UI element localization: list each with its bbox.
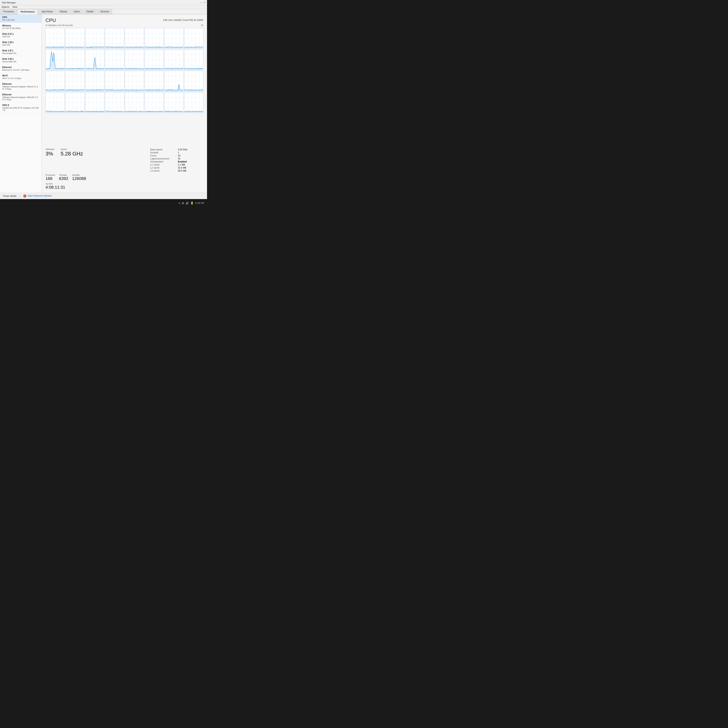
sidebar: CPU 3% 5.28 GHz Memory 31.7/47.8 GB (66%… bbox=[0, 14, 42, 193]
menu-view[interactable]: View bbox=[12, 6, 17, 8]
sidebar-item-memory[interactable]: Memory 31.7/47.8 GB (66%) bbox=[0, 23, 41, 31]
sidebar-disk1-sub: SSD 0% bbox=[2, 44, 39, 46]
title-bar-controls: — ☐ bbox=[200, 2, 205, 4]
battery-icon[interactable]: 🔋 bbox=[190, 202, 194, 205]
speed-block: Speed 5.28 GHz bbox=[61, 148, 83, 157]
resource-monitor-link[interactable]: Open Resource Monitor bbox=[28, 194, 52, 197]
cpu-core-chart-28 bbox=[125, 92, 144, 113]
cpu-core-chart-6 bbox=[164, 28, 184, 49]
tab-bar: Processes Performance App history Startu… bbox=[0, 9, 207, 14]
tab-details[interactable]: Details bbox=[83, 9, 97, 14]
l1-label: L1 cache: bbox=[150, 164, 175, 166]
info-logical: Logical processors: 32 bbox=[150, 157, 203, 160]
resource-monitor-button[interactable]: ● Open Resource Monitor bbox=[23, 194, 52, 197]
sidebar-item-vmnet8[interactable]: Ethernet VMware Network Adapter VMnet8 S… bbox=[0, 92, 41, 102]
uptime-value: 4:08:11:31 bbox=[46, 185, 203, 190]
cpu-panel: CPU 13th Gen Intel(R) Core(TM) i9-13900 … bbox=[42, 14, 207, 193]
speed-value: 5.28 GHz bbox=[61, 151, 83, 157]
chart-max-label: 10 bbox=[201, 24, 203, 26]
tab-users[interactable]: Users bbox=[70, 9, 83, 14]
sidebar-item-disk2[interactable]: Disk 2 (F:) Removable 0% bbox=[0, 48, 41, 56]
info-l2: L2 cache: 32.0 MB bbox=[150, 166, 203, 169]
cpu-core-chart-0 bbox=[46, 28, 65, 49]
sidebar-wifi-sub: Wi-Fi S: 0 R: 0 Kbps bbox=[2, 77, 39, 80]
cpu-model-name: 13th Gen Intel(R) Core(TM) i9-13900 bbox=[163, 18, 203, 21]
sidebar-disk0-title: Disk 0 (C:) bbox=[2, 33, 39, 35]
tab-performance[interactable]: Performance bbox=[17, 9, 38, 14]
sidebar-memory-title: Memory bbox=[2, 24, 39, 27]
tab-services[interactable]: Services bbox=[97, 9, 112, 14]
sidebar-item-gpu0[interactable]: GPU 0 Intel(R) Arc(TM) A770 Graphics 5% … bbox=[0, 102, 41, 113]
cpu-core-chart-20 bbox=[125, 71, 144, 92]
sidebar-disk0-sub: SSD 0% bbox=[2, 35, 39, 38]
sidebar-item-wifi[interactable]: Wi-Fi Wi-Fi S: 0 R: 0 Kbps bbox=[0, 73, 41, 81]
sidebar-item-cpu[interactable]: CPU 3% 5.28 GHz bbox=[0, 14, 41, 23]
utilization-block: Utilization 3% bbox=[46, 148, 55, 157]
cpu-core-chart-4 bbox=[125, 28, 144, 49]
info-l1: L1 cache: 2.1 MB bbox=[150, 163, 203, 166]
maximize-button[interactable]: ☐ bbox=[203, 2, 205, 4]
sidebar-wifi-title: Wi-Fi bbox=[2, 74, 39, 77]
sidebar-item-vmnet1[interactable]: Ethernet VMware Network Adapter VMnet1 S… bbox=[0, 81, 41, 92]
cpu-core-chart-30 bbox=[164, 92, 184, 113]
cpu-core-chart-7 bbox=[184, 28, 203, 49]
sidebar-item-disk0[interactable]: Disk 0 (C:) SSD 0% bbox=[0, 31, 41, 40]
cpu-core-chart-19 bbox=[105, 71, 124, 92]
speaker-icon[interactable]: 🔊 bbox=[186, 202, 189, 205]
info-sockets: Sockets: 1 bbox=[150, 151, 203, 154]
cpu-header: CPU 13th Gen Intel(R) Core(TM) i9-13900 bbox=[46, 17, 203, 23]
stats-row: Utilization 3% Speed 5.28 GHz Base speed… bbox=[46, 148, 203, 172]
cpu-core-chart-8 bbox=[46, 49, 65, 70]
clock-display: 12:00 PM bbox=[195, 202, 204, 204]
menu-options[interactable]: Options bbox=[2, 6, 9, 8]
cpu-core-chart-22 bbox=[164, 71, 184, 92]
sidebar-eth1-sub: Ethernet S: 24.0 R: 120 Kbps bbox=[2, 69, 39, 71]
cpu-core-chart-5 bbox=[144, 28, 164, 49]
threads-label: Threads bbox=[59, 174, 68, 176]
cpu-core-chart-3 bbox=[105, 28, 124, 49]
cpu-core-chart-17 bbox=[65, 71, 84, 92]
virt-label: Virtualization: bbox=[150, 161, 175, 163]
bottom-bar: Fewer details | ● Open Resource Monitor bbox=[0, 193, 207, 199]
resource-monitor-icon: ● bbox=[23, 194, 26, 197]
chevron-up-icon[interactable]: ∧ bbox=[178, 202, 180, 205]
cpu-core-chart-11 bbox=[105, 49, 124, 70]
network-icon[interactable]: ⊞ bbox=[182, 202, 184, 205]
sidebar-eth1-title: Ethernet bbox=[2, 66, 39, 69]
cpu-core-chart-27 bbox=[105, 92, 124, 113]
sidebar-disk2-title: Disk 2 (F:) bbox=[2, 49, 39, 52]
task-manager-window: Task Manager — ☐ Options View Processes … bbox=[0, 0, 207, 199]
sidebar-gpu0-title: GPU 0 bbox=[2, 104, 39, 107]
tab-startup[interactable]: Startup bbox=[56, 9, 70, 14]
l2-value: 32.0 MB bbox=[178, 167, 187, 169]
logical-value: 32 bbox=[178, 158, 180, 160]
sidebar-disk2-sub: Removable 0% bbox=[2, 52, 39, 54]
cpu-core-chart-1 bbox=[65, 28, 84, 49]
processes-block: Processes 166 bbox=[46, 174, 55, 181]
cpu-info-table: Base speed: 3.20 GHz Sockets: 1 Cores: 2… bbox=[150, 148, 203, 172]
cpu-core-chart-31 bbox=[184, 92, 203, 113]
cpu-core-chart-24 bbox=[46, 92, 65, 113]
sidebar-item-disk3[interactable]: Disk 3 (E:) Removable 0% bbox=[0, 56, 41, 64]
fewer-details-button[interactable]: Fewer details bbox=[3, 195, 17, 197]
cores-value: 24 bbox=[178, 154, 180, 157]
tab-processes[interactable]: Processes bbox=[0, 9, 17, 14]
main-content: CPU 3% 5.28 GHz Memory 31.7/47.8 GB (66%… bbox=[0, 14, 207, 193]
l3-value: 36.0 MB bbox=[178, 170, 187, 172]
cpu-core-chart-2 bbox=[85, 28, 104, 49]
cpu-core-chart-29 bbox=[144, 92, 164, 113]
info-cores: Cores: 24 bbox=[150, 154, 203, 157]
sockets-label: Sockets: bbox=[150, 151, 175, 154]
title-bar: Task Manager — ☐ bbox=[0, 0, 207, 5]
cpu-core-chart-23 bbox=[184, 71, 203, 92]
sidebar-disk3-title: Disk 3 (E:) bbox=[2, 58, 39, 60]
handles-label: Handles bbox=[72, 174, 86, 176]
sidebar-disk1-title: Disk 1 (D:) bbox=[2, 41, 39, 44]
minimize-button[interactable]: — bbox=[200, 2, 202, 4]
cpu-core-chart-16 bbox=[46, 71, 65, 92]
speed-label: Speed bbox=[61, 148, 83, 150]
metrics-row: Processes 166 Threads 6392 Handles 12608… bbox=[46, 174, 203, 181]
sidebar-item-ethernet1[interactable]: Ethernet Ethernet S: 24.0 R: 120 Kbps bbox=[0, 64, 41, 73]
sidebar-item-disk1[interactable]: Disk 1 (D:) SSD 0% bbox=[0, 40, 41, 48]
tab-app-history[interactable]: App history bbox=[38, 9, 56, 14]
